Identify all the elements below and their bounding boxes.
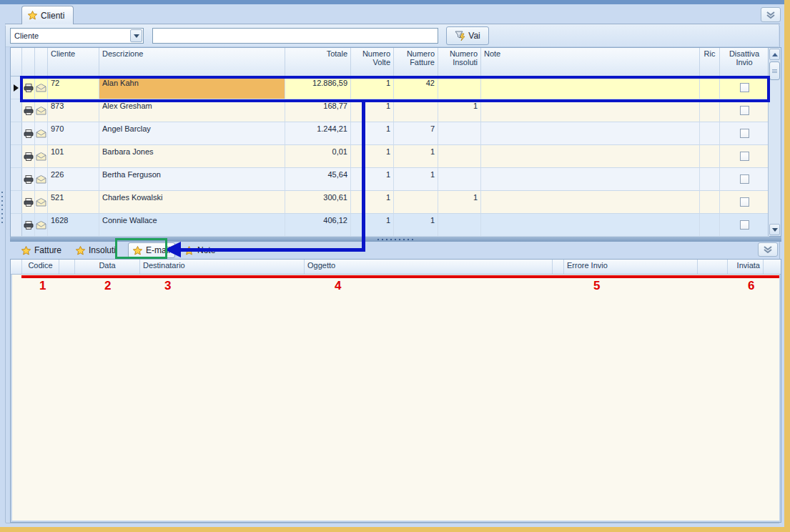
- envelope-icon[interactable]: [35, 122, 48, 144]
- row-indicator-cell: [11, 145, 22, 167]
- envelope-icon[interactable]: [35, 77, 48, 99]
- table-row[interactable]: 1628 Connie Wallace 406,12 1 1: [11, 214, 769, 237]
- cell-numero-insoluti: 1: [438, 99, 481, 122]
- print-icon[interactable]: [22, 77, 35, 99]
- email-grid-header: Codice Data Destinatario Oggetto Errore …: [11, 260, 781, 275]
- window-top-bar: [0, 0, 784, 4]
- cell-numero-insoluti: [438, 77, 481, 99]
- cell-numero-fatture: 42: [394, 77, 438, 99]
- cell-descrizione: Barbara Jones: [99, 145, 285, 167]
- cell-descrizione: Angel Barclay: [99, 122, 285, 144]
- disattiva-invio-checkbox[interactable]: [740, 152, 749, 161]
- disattiva-invio-checkbox[interactable]: [740, 129, 749, 138]
- cell-numero-fatture: 1: [394, 168, 438, 190]
- tab-email[interactable]: E-mail: [128, 242, 175, 258]
- chevron-double-down-icon: [766, 11, 775, 19]
- cell-numero-volte: 1: [351, 191, 394, 213]
- cell-note: [481, 214, 700, 236]
- envelope-icon[interactable]: [35, 214, 48, 236]
- print-icon[interactable]: [22, 168, 35, 190]
- annotation-number-1: 1: [39, 279, 46, 293]
- arrow-down-icon: [772, 228, 778, 232]
- header-cliente[interactable]: Cliente: [48, 48, 99, 76]
- header-note[interactable]: Note: [481, 48, 700, 76]
- disattiva-invio-checkbox[interactable]: [740, 106, 749, 115]
- tab-clienti[interactable]: Clienti: [21, 6, 74, 24]
- table-row[interactable]: 101 Barbara Jones 0,01 1 1: [11, 145, 769, 168]
- scrollbar-thumb[interactable]: [769, 61, 780, 80]
- cell-descrizione: Alan Kahn: [99, 77, 285, 99]
- clients-grid-header: Cliente Descrizione Totale Numero Volte …: [11, 48, 769, 77]
- header-filler: [764, 260, 781, 274]
- header-errore-invio[interactable]: Errore Invio: [564, 260, 698, 274]
- envelope-icon[interactable]: [35, 168, 48, 190]
- header-disattiva-invio[interactable]: Disattiva Invio: [720, 48, 769, 76]
- print-icon[interactable]: [22, 122, 35, 144]
- header-destinatario[interactable]: Destinatario: [140, 260, 305, 274]
- cell-ric: [700, 214, 720, 236]
- scroll-down-button[interactable]: [769, 224, 780, 235]
- header-envelope-col[interactable]: [35, 48, 48, 76]
- tab-note[interactable]: Note: [180, 242, 219, 258]
- envelope-icon[interactable]: [35, 145, 48, 167]
- print-icon[interactable]: [22, 191, 35, 213]
- header-totale[interactable]: Totale: [285, 48, 351, 76]
- collapse-bottom-panel-button[interactable]: [758, 242, 778, 257]
- header-print-col[interactable]: [22, 48, 35, 76]
- header-numero-insoluti[interactable]: Numero Insoluti: [438, 48, 481, 76]
- cell-cliente: 101: [48, 145, 99, 167]
- disattiva-invio-checkbox[interactable]: [740, 220, 749, 230]
- cell-descrizione: Charles Kowalski: [99, 191, 285, 213]
- header-data[interactable]: Data: [75, 260, 140, 274]
- filter-field-dropdown[interactable]: Cliente: [10, 28, 144, 44]
- cell-ric: [700, 77, 720, 99]
- scroll-up-button[interactable]: [769, 49, 780, 60]
- cell-numero-insoluti: [438, 214, 481, 236]
- table-row[interactable]: 970 Angel Barclay 1.244,21 1 7: [11, 122, 769, 145]
- cell-disattiva-invio: [720, 77, 769, 99]
- cell-numero-volte: 1: [351, 122, 394, 144]
- star-icon: [184, 246, 194, 255]
- header-oggetto[interactable]: Oggetto: [305, 260, 553, 274]
- detail-tabstrip: Fatture Insoluti E-mail Note: [10, 242, 781, 259]
- print-icon[interactable]: [22, 99, 35, 122]
- table-row[interactable]: 72 Alan Kahn 12.886,59 1 42: [11, 77, 769, 99]
- disattiva-invio-checkbox[interactable]: [740, 174, 749, 184]
- collapse-top-panel-button[interactable]: [761, 7, 781, 22]
- header-numero-fatture[interactable]: Numero Fatture: [394, 48, 438, 76]
- table-row[interactable]: 226 Bertha Ferguson 45,64 1 1: [11, 168, 769, 191]
- cell-numero-volte: 1: [351, 145, 394, 167]
- tab-fatture[interactable]: Fatture: [17, 242, 66, 258]
- email-grid-body[interactable]: [11, 275, 781, 522]
- envelope-icon[interactable]: [35, 191, 48, 213]
- header-inviata[interactable]: Inviata: [728, 260, 764, 274]
- table-row[interactable]: 521 Charles Kowalski 300,61 1 1: [11, 191, 769, 214]
- header-spacer: [553, 260, 564, 274]
- panel-splitter[interactable]: [10, 237, 781, 242]
- star-icon: [21, 246, 31, 255]
- print-icon[interactable]: [22, 145, 35, 167]
- header-spacer: [698, 260, 728, 274]
- header-numero-volte[interactable]: Numero Volte: [351, 48, 394, 76]
- arrow-up-icon: [772, 53, 778, 56]
- header-codice[interactable]: Codice: [22, 260, 59, 274]
- cell-numero-volte: 1: [351, 168, 394, 190]
- vai-button[interactable]: Vai: [446, 26, 489, 45]
- header-ric[interactable]: Ric: [700, 48, 720, 76]
- cell-disattiva-invio: [720, 214, 769, 236]
- clients-grid-scrollbar[interactable]: [768, 48, 781, 236]
- header-descrizione[interactable]: Descrizione: [99, 48, 285, 76]
- envelope-icon[interactable]: [35, 99, 48, 122]
- row-indicator-cell: [11, 191, 22, 213]
- disattiva-invio-checkbox[interactable]: [740, 197, 749, 207]
- dropdown-arrow-button[interactable]: [130, 29, 142, 42]
- disattiva-invio-checkbox[interactable]: [740, 83, 749, 92]
- header-indicator: [11, 260, 22, 274]
- tab-insoluti[interactable]: Insoluti: [71, 242, 120, 258]
- search-input[interactable]: [152, 28, 438, 44]
- cell-note: [481, 99, 700, 122]
- left-splitter-grip[interactable]: [1, 192, 3, 226]
- print-icon[interactable]: [22, 214, 35, 236]
- table-row[interactable]: 873 Alex Gresham 168,77 1 1: [11, 99, 769, 122]
- cell-disattiva-invio: [720, 145, 769, 167]
